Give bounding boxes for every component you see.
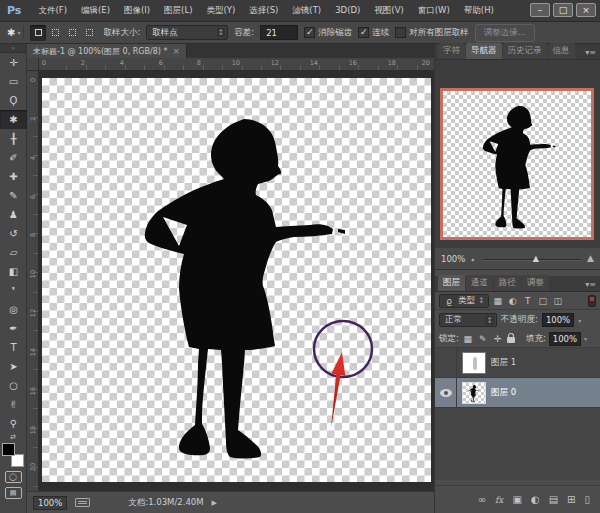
layer-filter-dropdown[interactable]: ϱ 类型 ↕ (439, 294, 489, 308)
layer-thumbnail[interactable] (462, 382, 486, 404)
navigator-zoom-field[interactable]: 100% (441, 254, 465, 264)
subtract-selection-button[interactable] (64, 25, 80, 41)
clone-stamp-tool[interactable]: ♟ (0, 205, 27, 224)
blur-tool[interactable]: ❜ (0, 281, 27, 300)
menu-filter[interactable]: 滤镜(T) (285, 0, 328, 21)
link-layers-icon[interactable]: ∞ (478, 494, 486, 505)
navigator-zoom-slider[interactable]: ▴ ▲ ▲ (471, 253, 594, 265)
menu-type[interactable]: 类型(Y) (199, 0, 242, 21)
close-button[interactable]: × (576, 3, 596, 17)
maximize-button[interactable]: □ (553, 3, 573, 17)
blend-mode-dropdown[interactable]: 正常 ↕ (439, 313, 497, 327)
anti-alias-checkbox[interactable]: ✓ (304, 27, 315, 38)
slider-thumb[interactable]: ▲ (533, 254, 539, 263)
document-canvas[interactable] (42, 78, 431, 482)
lock-all-icon[interactable] (507, 337, 515, 343)
tab-history[interactable]: 历史记录 (503, 43, 547, 59)
zoom-tool[interactable]: ⚲ (0, 414, 27, 433)
close-document-icon[interactable]: × (172, 46, 180, 56)
tab-navigator[interactable]: 导航器 (466, 43, 502, 59)
gradient-tool[interactable]: ◧ (0, 262, 27, 281)
zoom-in-icon[interactable]: ▲ (587, 253, 594, 263)
zoom-out-icon[interactable]: ▴ (471, 255, 474, 262)
menu-select[interactable]: 选择(S) (242, 0, 285, 21)
tolerance-input[interactable]: 21 (260, 25, 298, 40)
menu-layer[interactable]: 图层(L) (157, 0, 199, 21)
menu-image[interactable]: 图像(I) (117, 0, 157, 21)
spot-healing-tool[interactable]: ✚ (0, 167, 27, 186)
menu-help[interactable]: 帮助(H) (457, 0, 501, 21)
layer-name[interactable]: 图层 0 (491, 387, 516, 399)
new-layer-icon[interactable]: ⊞ (567, 494, 575, 505)
panel-menu-icon[interactable]: ▾≡ (585, 48, 600, 59)
intersect-selection-button[interactable] (81, 25, 97, 41)
contiguous-option[interactable]: ✓ 连续 (358, 27, 389, 39)
status-flyout-arrow-icon[interactable]: ▶ (212, 499, 217, 507)
delete-layer-icon[interactable]: ▯ (584, 494, 590, 505)
add-selection-button[interactable] (47, 25, 63, 41)
tab-layers[interactable]: 图层 (438, 275, 465, 291)
minimize-button[interactable]: – (530, 3, 550, 17)
sample-all-layers-checkbox[interactable] (395, 27, 406, 38)
slider-track[interactable] (483, 259, 580, 261)
layer-mask-icon[interactable]: ▣ (512, 494, 521, 505)
layer-row-1[interactable]: 图层 1 (435, 348, 600, 378)
move-tool[interactable]: ✛ (0, 53, 27, 72)
adjustment-layer-icon[interactable]: ◐ (531, 494, 540, 505)
status-zoom-field[interactable]: 100% (33, 496, 67, 510)
tab-channels[interactable]: 通道 (466, 275, 493, 291)
menu-edit[interactable]: 编辑(E) (74, 0, 117, 21)
tab-character[interactable]: 字符 (438, 43, 465, 59)
layer-style-icon[interactable]: fx (495, 495, 503, 505)
menu-view[interactable]: 视图(V) (367, 0, 410, 21)
tab-info[interactable]: 信息 (548, 43, 575, 59)
filter-shape-icon[interactable]: □ (537, 296, 549, 306)
filter-smart-object-icon[interactable]: ◫ (552, 296, 564, 306)
crop-tool[interactable]: ╂ (0, 129, 27, 148)
new-selection-button[interactable] (30, 25, 46, 41)
contiguous-checkbox[interactable]: ✓ (358, 27, 369, 38)
chevron-down-icon[interactable]: ▾ (578, 317, 581, 324)
tab-adjustments[interactable]: 调整 (522, 275, 549, 291)
dodge-tool[interactable]: ◎ (0, 300, 27, 319)
eyedropper-tool[interactable]: ✐ (0, 148, 27, 167)
filter-type-icon[interactable]: T (522, 296, 534, 306)
eraser-tool[interactable]: ▱ (0, 243, 27, 262)
sample-size-dropdown[interactable]: 取样点 ↕ (146, 25, 228, 40)
swap-colors-icon[interactable]: ⇄ (0, 433, 26, 441)
navigator-preview[interactable] (440, 88, 594, 240)
document-tab[interactable]: 未标题-1 @ 100%(图层 0, RGB/8) * × (27, 44, 187, 58)
lock-pixels-icon[interactable]: ✎ (477, 334, 489, 344)
type-tool[interactable]: T (0, 338, 27, 357)
new-group-icon[interactable]: ▤ (549, 494, 558, 505)
fill-field[interactable]: 100% (549, 332, 581, 346)
screen-mode-button[interactable]: ▤ (5, 487, 22, 499)
history-brush-tool[interactable]: ↺ (0, 224, 27, 243)
marquee-tool[interactable]: ▭ (0, 72, 27, 91)
sample-all-layers-option[interactable]: 对所有图层取样 (395, 27, 469, 39)
layer-name[interactable]: 图层 1 (491, 357, 516, 369)
hand-tool[interactable]: ✌ (0, 395, 27, 414)
tool-preset-picker[interactable]: ✱ ▾ (4, 26, 24, 39)
tools-panel-header[interactable]: » (0, 44, 26, 53)
opacity-field[interactable]: 100% (542, 313, 574, 327)
filter-pixel-icon[interactable]: ▦ (492, 296, 504, 306)
lock-transparent-icon[interactable]: ▦ (462, 334, 474, 344)
pen-tool[interactable]: ✒ (0, 319, 27, 338)
anti-alias-option[interactable]: ✓ 消除锯齿 (304, 27, 352, 39)
visibility-toggle[interactable] (435, 348, 457, 378)
brush-tool[interactable]: ✎ (0, 186, 27, 205)
shape-tool[interactable]: ○ (0, 376, 27, 395)
lasso-tool[interactable]: Ϙ (0, 91, 27, 110)
panel-menu-icon[interactable]: ▾≡ (585, 280, 600, 291)
layer-thumbnail[interactable] (462, 352, 486, 374)
menu-3d[interactable]: 3D(D) (328, 0, 367, 21)
foreground-color-swatch[interactable] (2, 443, 15, 456)
chevron-down-icon[interactable]: ▾ (584, 335, 587, 342)
quick-mask-button[interactable]: ◯ (5, 471, 22, 483)
visibility-toggle[interactable] (435, 378, 457, 408)
filter-toggle-switch[interactable] (588, 295, 596, 307)
lock-position-icon[interactable]: ✛ (492, 334, 504, 344)
filter-adjustment-icon[interactable]: ◐ (507, 296, 519, 306)
menu-window[interactable]: 窗口(W) (411, 0, 457, 21)
